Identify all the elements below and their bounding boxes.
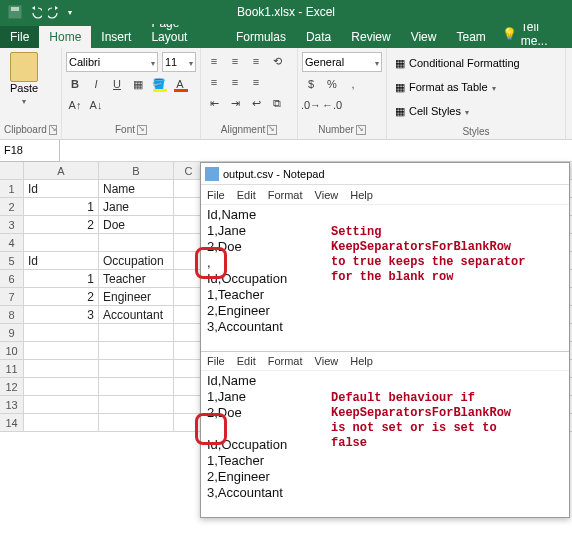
notepad-titlebar[interactable]: output.csv - Notepad xyxy=(201,163,569,185)
tell-me[interactable]: 💡 Tell me... xyxy=(496,20,572,48)
row-header[interactable]: 11 xyxy=(0,360,24,377)
cell[interactable]: 1 xyxy=(24,270,99,287)
bold-button[interactable]: B xyxy=(66,75,84,93)
cell[interactable]: Id xyxy=(24,252,99,269)
cell[interactable] xyxy=(99,342,174,359)
conditional-formatting-button[interactable]: ▦ Conditional Formatting xyxy=(395,52,557,74)
row-header[interactable]: 7 xyxy=(0,288,24,305)
row-header[interactable]: 3 xyxy=(0,216,24,233)
row-header[interactable]: 4 xyxy=(0,234,24,251)
percent-format-button[interactable]: % xyxy=(323,75,341,93)
clipboard-launcher-icon[interactable] xyxy=(49,125,57,135)
cell-styles-button[interactable]: ▦ Cell Styles xyxy=(395,100,557,122)
font-color-button[interactable]: A xyxy=(171,75,189,93)
decrease-decimal-button[interactable]: ←.0 xyxy=(323,96,341,114)
notepad-content-1[interactable]: Id,Name1,Jane2,Doe,Id,Occupation1,Teache… xyxy=(201,205,569,351)
cell[interactable] xyxy=(99,324,174,341)
cell[interactable] xyxy=(24,378,99,395)
row-header[interactable]: 5 xyxy=(0,252,24,269)
cell[interactable] xyxy=(24,396,99,413)
cell[interactable]: 2 xyxy=(24,288,99,305)
fill-color-button[interactable]: 🪣 xyxy=(150,75,168,93)
align-center-button[interactable]: ≡ xyxy=(226,73,244,91)
row-header[interactable]: 8 xyxy=(0,306,24,323)
wrap-text-button[interactable]: ↩ xyxy=(247,94,265,112)
cell[interactable] xyxy=(99,360,174,377)
notepad-menu2-help[interactable]: Help xyxy=(350,355,373,367)
font-size-select[interactable]: 11 xyxy=(162,52,196,72)
tab-team[interactable]: Team xyxy=(446,26,495,48)
decrease-indent-button[interactable]: ⇤ xyxy=(205,94,223,112)
cell[interactable]: Id xyxy=(24,180,99,197)
underline-button[interactable]: U xyxy=(108,75,126,93)
italic-button[interactable]: I xyxy=(87,75,105,93)
merge-button[interactable]: ⧉ xyxy=(268,94,286,112)
cell[interactable]: Jane xyxy=(99,198,174,215)
save-icon[interactable] xyxy=(8,5,22,19)
cell[interactable]: 2 xyxy=(24,216,99,233)
cell[interactable] xyxy=(24,414,99,431)
row-header[interactable]: 12 xyxy=(0,378,24,395)
notepad-menu2-format[interactable]: Format xyxy=(268,355,303,367)
font-name-select[interactable]: Calibri xyxy=(66,52,158,72)
cell[interactable]: Occupation xyxy=(99,252,174,269)
comma-format-button[interactable]: , xyxy=(344,75,362,93)
notepad-menu2-edit[interactable]: Edit xyxy=(237,355,256,367)
notepad-menu-help[interactable]: Help xyxy=(350,189,373,201)
tab-review[interactable]: Review xyxy=(341,26,400,48)
align-middle-button[interactable]: ≡ xyxy=(226,52,244,70)
shrink-font-button[interactable]: A↓ xyxy=(87,96,105,114)
cell[interactable] xyxy=(24,360,99,377)
cell[interactable] xyxy=(24,342,99,359)
align-bottom-button[interactable]: ≡ xyxy=(247,52,265,70)
tab-insert[interactable]: Insert xyxy=(91,26,141,48)
orientation-button[interactable]: ⟲ xyxy=(268,52,286,70)
tab-formulas[interactable]: Formulas xyxy=(226,26,296,48)
notepad-content-2[interactable]: Id,Name1,Jane2,DoeId,Occupation1,Teacher… xyxy=(201,371,569,517)
notepad-menu-file[interactable]: File xyxy=(207,189,225,201)
notepad-menu2-file[interactable]: File xyxy=(207,355,225,367)
cell[interactable]: Engineer xyxy=(99,288,174,305)
increase-decimal-button[interactable]: .0→ xyxy=(302,96,320,114)
cell[interactable] xyxy=(99,234,174,251)
accounting-format-button[interactable]: $ xyxy=(302,75,320,93)
tab-data[interactable]: Data xyxy=(296,26,341,48)
row-header[interactable]: 14 xyxy=(0,414,24,431)
align-left-button[interactable]: ≡ xyxy=(205,73,223,91)
alignment-launcher-icon[interactable] xyxy=(267,125,277,135)
cell[interactable]: Teacher xyxy=(99,270,174,287)
grow-font-button[interactable]: A↑ xyxy=(66,96,84,114)
row-header[interactable]: 6 xyxy=(0,270,24,287)
cell[interactable]: Name xyxy=(99,180,174,197)
redo-icon[interactable] xyxy=(48,5,62,19)
align-right-button[interactable]: ≡ xyxy=(247,73,265,91)
cell[interactable] xyxy=(99,396,174,413)
border-button[interactable]: ▦ xyxy=(129,75,147,93)
cell[interactable] xyxy=(99,378,174,395)
cell[interactable]: Doe xyxy=(99,216,174,233)
qat-dropdown-icon[interactable]: ▾ xyxy=(68,8,72,17)
cell[interactable] xyxy=(24,234,99,251)
format-as-table-button[interactable]: ▦ Format as Table xyxy=(395,76,557,98)
cell[interactable]: Accountant xyxy=(99,306,174,323)
row-header[interactable]: 10 xyxy=(0,342,24,359)
col-header-a[interactable]: A xyxy=(24,162,99,179)
cell[interactable]: 1 xyxy=(24,198,99,215)
row-header[interactable]: 1 xyxy=(0,180,24,197)
cell[interactable]: 3 xyxy=(24,306,99,323)
name-box[interactable]: F18 xyxy=(0,140,60,162)
number-launcher-icon[interactable] xyxy=(356,125,366,135)
paste-button[interactable]: Paste xyxy=(4,50,44,108)
select-all-corner[interactable] xyxy=(0,162,24,179)
row-header[interactable]: 2 xyxy=(0,198,24,215)
col-header-b[interactable]: B xyxy=(99,162,174,179)
notepad-menu2-view[interactable]: View xyxy=(315,355,339,367)
undo-icon[interactable] xyxy=(28,5,42,19)
cell[interactable] xyxy=(99,414,174,431)
row-header[interactable]: 13 xyxy=(0,396,24,413)
row-header[interactable]: 9 xyxy=(0,324,24,341)
number-format-select[interactable]: General xyxy=(302,52,382,72)
notepad-menu-edit[interactable]: Edit xyxy=(237,189,256,201)
notepad-menu-format[interactable]: Format xyxy=(268,189,303,201)
tab-view[interactable]: View xyxy=(401,26,447,48)
